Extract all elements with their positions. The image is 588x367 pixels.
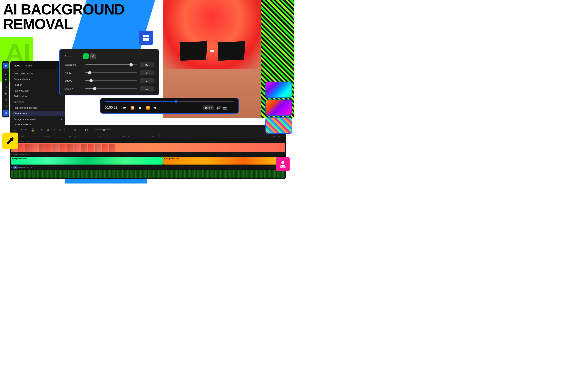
playhead — [159, 134, 159, 138]
noise-label: Noise — [65, 71, 83, 74]
text-icon-btn[interactable]: T — [3, 77, 9, 83]
video-track-header: V fx•1 Video.mov 👁 — [10, 139, 286, 143]
menu-pan-zoom[interactable]: Pan and zoom — [10, 88, 65, 94]
timeline-redo-btn[interactable]: ↪ — [24, 128, 28, 132]
timeline-link-btn[interactable]: ⋈ — [84, 128, 89, 132]
player-time-dot: . — [117, 106, 118, 109]
menu-stabilization[interactable]: Stabilization — [10, 94, 65, 99]
player-volume-btn[interactable]: 🔊 — [216, 105, 221, 110]
noise-fill — [85, 72, 88, 73]
timeline-tracks: V fx•1 Video.mov 👁 — [10, 138, 286, 179]
bg-clip-2[interactable]: Background.mov — [163, 157, 285, 165]
color-row: Color — [65, 53, 154, 59]
zoom-minus-btn[interactable]: − — [90, 128, 94, 132]
timeline-no-entry-btn[interactable]: ⊘ — [46, 128, 50, 132]
vf-15 — [109, 144, 115, 152]
thumbnail-1[interactable] — [265, 82, 292, 98]
color-icon-btn[interactable]: ◉ — [3, 91, 9, 96]
eyedropper-box[interactable] — [2, 133, 18, 149]
zoom-plus-btn[interactable]: + — [112, 128, 116, 132]
audio-track-name: Dreamer.mp4 — [18, 166, 30, 168]
sg-left — [178, 39, 209, 63]
tab-audio[interactable]: Audio — [24, 63, 33, 69]
thumb-orange-purple-bg — [266, 100, 292, 115]
tab-video[interactable]: Video — [13, 63, 21, 69]
zoom-slider[interactable] — [95, 129, 111, 130]
timeline-cursor-btn[interactable]: ↖ — [40, 128, 44, 132]
bg-clip-1[interactable]: Background.mov — [11, 157, 163, 165]
menu-highlight-conceal[interactable]: Highlight and conceal — [10, 105, 65, 111]
timeline-toolbar: ☰ ↩ ↪ 🔒 ↖ ⊘ ✂ ⛉ ⊡ ⊕ ⇌ ⋈ − + Export ▾ — [10, 125, 286, 134]
player-skip-end[interactable]: ⏭ — [153, 105, 158, 110]
music-icon-btn[interactable]: ♪ — [3, 71, 9, 77]
refresh-icon-btn[interactable]: ↺ — [3, 104, 9, 109]
player-rewind[interactable]: ⏪ — [130, 105, 135, 110]
timeline-ruler: 00:00:00 00:00:01 00:00:02 00:00:03 00:0… — [10, 134, 286, 138]
menu-color-adjustments[interactable]: Color adjustments — [10, 71, 65, 76]
color-label: Color — [65, 55, 83, 58]
menu-crop-rotate[interactable]: Crop and rotate — [10, 76, 65, 82]
add-button[interactable]: + — [3, 63, 9, 68]
tolerance-slider[interactable] — [85, 64, 137, 65]
vf-3 — [25, 144, 32, 152]
player-forward[interactable]: ⏩ — [145, 105, 151, 110]
thumbnail-3[interactable] — [265, 117, 292, 134]
opacity-slider[interactable] — [85, 88, 137, 89]
player-aspect[interactable]: 16:9 ▾ — [203, 105, 214, 110]
person-icon-box[interactable] — [276, 157, 290, 171]
opacity-row: Opacity 10 — [65, 86, 154, 91]
noise-slider[interactable] — [85, 72, 137, 73]
vf-4 — [32, 144, 39, 152]
player-progress[interactable] — [104, 101, 234, 102]
video-track-content[interactable] — [11, 143, 285, 152]
edges-thumb[interactable] — [89, 79, 93, 82]
audio-fx-badge: fx•1 — [13, 166, 17, 169]
thumbnail-2[interactable] — [265, 100, 292, 116]
timeline-settings-btn[interactable]: ☰ — [13, 128, 17, 132]
menu-position[interactable]: Position — [10, 82, 65, 88]
bg-track-content[interactable]: Background.mov Background.mov — [11, 157, 285, 165]
player-more-btn[interactable]: ··· — [230, 105, 234, 110]
timeline-shield-btn[interactable]: ⛉ — [57, 128, 62, 132]
audio-track-content[interactable] — [11, 170, 285, 178]
clock-icon-btn[interactable]: ◷ — [3, 97, 9, 103]
bg-track-type: V — [11, 153, 12, 155]
opacity-value: 10 — [140, 86, 154, 91]
tolerance-thumb[interactable] — [130, 63, 133, 67]
opacity-thumb[interactable] — [93, 87, 96, 90]
timeline-undo-btn[interactable]: ↩ — [18, 128, 23, 132]
player-skip-start[interactable]: ⏮ — [122, 105, 127, 110]
zoom-controls: − + — [90, 128, 116, 132]
vf-7 — [53, 144, 60, 152]
timeline-cut-btn[interactable]: ✂ — [52, 128, 56, 132]
zoom-thumb[interactable] — [103, 129, 105, 131]
timeline-eq-btn[interactable]: ⇌ — [78, 128, 82, 132]
ruler-mark-end: 00:01:05 — [273, 135, 280, 137]
player-progress-thumb[interactable] — [174, 100, 177, 103]
link-icon-btn[interactable]: ⚇ — [3, 84, 9, 90]
menu-background-removal[interactable]: Background removal — [10, 117, 65, 122]
grid-small-icon-btn[interactable]: ⊞ — [3, 110, 9, 116]
timeline-clock-btn[interactable]: ⊕ — [73, 128, 77, 132]
bg-eye-icon[interactable]: 👁 — [28, 153, 30, 156]
icon-bar: + ♪ T ⚇ ◉ ◷ ↺ ⊞ — [2, 61, 9, 117]
edges-slider[interactable] — [85, 80, 137, 81]
player-snapshot-btn[interactable]: 📷 — [223, 106, 227, 110]
menu-animation[interactable]: Animation — [10, 99, 65, 105]
ruler-mark-1: 00:00:01 — [43, 135, 50, 137]
color-swatch[interactable] — [83, 53, 89, 59]
player-play[interactable]: ▶ — [138, 105, 143, 110]
audio-track-header: A fx•1 Dreamer.mp4 👁 — [10, 165, 286, 169]
timeline-crop-btn[interactable]: ⊡ — [67, 128, 71, 132]
audio-eye-icon[interactable]: 👁 — [31, 166, 33, 169]
noise-thumb[interactable] — [88, 71, 91, 75]
video-eye-icon[interactable]: 👁 — [28, 140, 30, 142]
headline-line1: AI BACKGROUND — [3, 2, 124, 17]
ruler-mark-3: 00:00:03 — [96, 135, 103, 137]
menu-chroma-key[interactable]: Chroma key — [10, 111, 65, 117]
svg-rect-1 — [146, 35, 149, 37]
timeline-lock-btn[interactable]: 🔒 — [30, 128, 35, 132]
chroma-panel: Color Tolerance 80 Noise 0 Edges 1 — [59, 49, 159, 95]
grid-icon-box[interactable] — [139, 31, 153, 45]
eyedropper-button[interactable] — [90, 53, 96, 59]
